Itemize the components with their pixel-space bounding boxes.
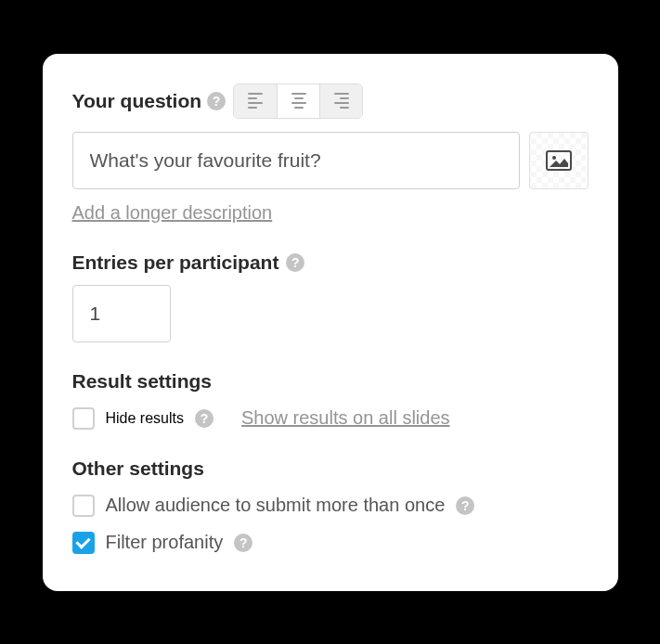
text-align-group bbox=[233, 84, 363, 119]
question-input[interactable] bbox=[72, 132, 520, 189]
entries-label: Entries per participant bbox=[72, 251, 279, 274]
allow-resubmit-label: Allow audience to submit more than once bbox=[106, 495, 446, 516]
align-right-icon bbox=[334, 93, 349, 109]
align-center-button[interactable] bbox=[277, 84, 319, 118]
svg-point-1 bbox=[552, 156, 556, 160]
settings-panel: Your question ? bbox=[43, 54, 618, 591]
hide-results-checkbox[interactable] bbox=[72, 407, 95, 430]
help-icon[interactable]: ? bbox=[195, 409, 214, 428]
image-icon bbox=[546, 150, 572, 171]
allow-resubmit-row: Allow audience to submit more than once … bbox=[72, 495, 589, 517]
other-settings-heading: Other settings bbox=[72, 457, 589, 480]
filter-profanity-checkbox[interactable] bbox=[72, 532, 95, 554]
show-results-all-slides-link[interactable]: Show results on all slides bbox=[241, 407, 450, 429]
result-settings-heading: Result settings bbox=[72, 370, 589, 393]
other-settings-section: Allow audience to submit more than once … bbox=[72, 495, 589, 554]
question-label-row: Your question ? bbox=[72, 84, 589, 119]
question-label: Your question bbox=[72, 90, 202, 112]
help-icon[interactable]: ? bbox=[207, 92, 226, 110]
hide-results-row: Hide results ? Show results on all slide… bbox=[72, 407, 589, 430]
entries-input[interactable] bbox=[72, 285, 171, 342]
align-center-icon bbox=[291, 93, 306, 109]
allow-resubmit-checkbox[interactable] bbox=[72, 495, 95, 517]
hide-results-label: Hide results bbox=[106, 410, 184, 427]
question-input-row bbox=[72, 132, 589, 189]
entries-label-row: Entries per participant ? bbox=[72, 251, 589, 274]
add-description-link[interactable]: Add a longer description bbox=[72, 202, 273, 224]
align-left-icon bbox=[248, 93, 263, 109]
add-image-button[interactable] bbox=[529, 132, 589, 189]
filter-profanity-label: Filter profanity bbox=[106, 532, 224, 553]
filter-profanity-row: Filter profanity ? bbox=[72, 532, 589, 554]
help-icon[interactable]: ? bbox=[286, 253, 304, 272]
align-left-button[interactable] bbox=[234, 84, 277, 118]
help-icon[interactable]: ? bbox=[234, 534, 252, 552]
align-right-button[interactable] bbox=[319, 84, 362, 118]
help-icon[interactable]: ? bbox=[456, 496, 474, 515]
